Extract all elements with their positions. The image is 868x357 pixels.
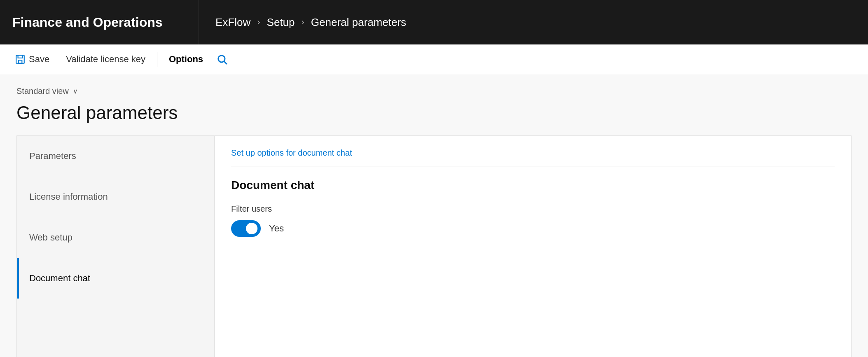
section-description: Set up options for document chat <box>231 148 835 158</box>
toggle-value: Yes <box>269 223 284 234</box>
breadcrumb-exflow[interactable]: ExFlow <box>215 16 250 29</box>
sidebar-item-document-chat[interactable]: Document chat <box>17 258 214 299</box>
toolbar-divider <box>157 52 157 67</box>
breadcrumb: ExFlow › Setup › General parameters <box>199 0 423 44</box>
svg-line-3 <box>224 61 227 64</box>
toggle-track <box>231 220 261 237</box>
left-panel: Parameters License information Web setup… <box>17 136 215 357</box>
filter-users-toggle-row: Yes <box>231 220 835 237</box>
save-label: Save <box>29 54 49 65</box>
search-icon <box>216 54 228 65</box>
filter-users-toggle[interactable] <box>231 220 261 237</box>
page-title: General parameters <box>16 103 852 123</box>
sidebar-item-document-chat-label: Document chat <box>29 273 90 283</box>
toggle-thumb <box>246 223 257 234</box>
save-icon <box>15 54 26 65</box>
options-label: Options <box>169 54 203 65</box>
view-selector-chevron-icon: ∨ <box>73 87 78 95</box>
sidebar-item-parameters[interactable]: Parameters <box>17 136 214 177</box>
view-selector[interactable]: Standard view ∨ <box>16 86 852 96</box>
search-button[interactable] <box>213 50 231 68</box>
svg-point-2 <box>218 55 225 62</box>
sidebar-item-web-setup[interactable]: Web setup <box>17 217 214 258</box>
sidebar-item-web-setup-label: Web setup <box>29 232 73 243</box>
breadcrumb-general-parameters[interactable]: General parameters <box>311 16 406 29</box>
breadcrumb-setup[interactable]: Setup <box>267 16 295 29</box>
right-panel: Set up options for document chat Documen… <box>215 136 851 357</box>
sidebar-item-parameters-label: Parameters <box>29 151 76 161</box>
filter-users-label: Filter users <box>231 204 835 214</box>
section-title: Document chat <box>231 179 835 192</box>
svg-rect-0 <box>16 55 24 63</box>
top-navigation: Finance and Operations ExFlow › Setup › … <box>0 0 868 44</box>
main-content: Standard view ∨ General parameters Param… <box>0 74 868 357</box>
app-title: Finance and Operations <box>12 15 163 30</box>
sidebar-item-license-information[interactable]: License information <box>17 177 214 217</box>
toolbar: Save Validate license key Options <box>0 44 868 74</box>
svg-rect-1 <box>19 60 22 63</box>
app-title-section: Finance and Operations <box>0 0 199 44</box>
breadcrumb-chevron-2: › <box>302 17 304 28</box>
breadcrumb-chevron-1: › <box>257 17 260 28</box>
validate-license-key-button[interactable]: Validate license key <box>59 51 152 68</box>
view-selector-label: Standard view <box>16 86 69 96</box>
content-panels: Parameters License information Web setup… <box>16 135 852 357</box>
validate-license-key-label: Validate license key <box>66 54 145 65</box>
sidebar-item-license-information-label: License information <box>29 191 108 202</box>
save-button[interactable]: Save <box>8 51 56 68</box>
section-divider <box>231 166 835 166</box>
options-button[interactable]: Options <box>162 51 210 68</box>
